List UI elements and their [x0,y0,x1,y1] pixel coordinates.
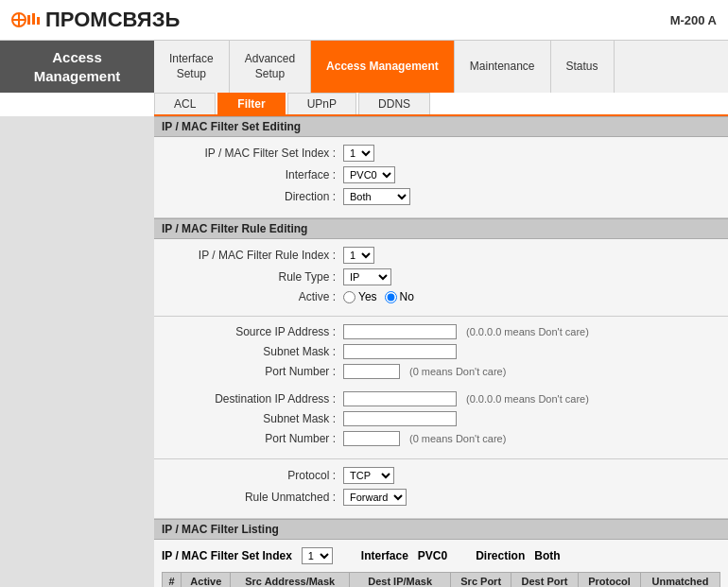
sub-tab-filter[interactable]: Filter [217,93,285,114]
protocol-form: Protocol : TCPUDPICMPAny Rule Unmatched … [154,459,728,519]
rule-unmatched-label: Rule Unmatched : [173,491,343,504]
source-subnet-input[interactable]: 255.255.255.0 [343,344,457,359]
dest-subnet-row: Subnet Mask : 255.255.255.0 [173,411,709,426]
source-ip-control: 192.168.1.8 (0.0.0.0 means Don't care) [343,324,589,339]
filter-table: # Active Src Address/Mask Dest IP/Mask S… [162,572,720,587]
col-protocol: Protocol [579,573,641,588]
sub-tab-upnp[interactable]: UPnP [287,93,356,114]
sub-tab-ddns[interactable]: DDNS [358,93,430,114]
tab-status[interactable]: Status [551,41,615,93]
filter-listing-interface-col: Interface [361,549,408,562]
dest-ip-row: Destination IP Address : 87.240.131.117 … [173,391,709,406]
active-label: Active : [173,290,343,303]
col-active: Active [182,573,231,588]
tab-interface-setup[interactable]: Interface Setup [154,41,230,93]
interface-control: PVC0PVC1 [343,166,395,183]
rule-type-row: Rule Type : IPMAC [173,268,709,285]
active-no-radio[interactable] [385,291,397,303]
nav-tabs: Interface Setup Advanced Setup Access Ma… [154,41,728,93]
filter-set-index-control: 123 [343,145,374,162]
filter-listing-index-row: IP / MAC Filter Set Index 123 Interface … [162,547,720,564]
nav-container: Access Management Interface Setup Advanc… [0,41,728,116]
dest-ip-hint: (0.0.0.0 means Don't care) [466,393,589,405]
filter-listing-direction-val: Both [534,549,560,562]
source-port-label: Port Number : [173,365,343,378]
col-num: # [163,573,182,588]
filter-set-index-select[interactable]: 123 [343,145,374,162]
filter-listing-header: IP / MAC Filter Listing [154,519,728,540]
source-port-input[interactable]: 0 [343,364,400,379]
dest-subnet-label: Subnet Mask : [173,412,343,425]
direction-control: BothIncomingOutgoing [343,188,410,205]
model-label: M-200 A [670,13,717,27]
filter-set-editing-header: IP / MAC Filter Set Editing [154,116,728,137]
tab-maintenance[interactable]: Maintenance [455,41,551,93]
nav-sub-tabs: ACL Filter UPnP DDNS [154,93,728,116]
active-yes-label[interactable]: Yes [343,290,377,303]
rule-index-select[interactable]: 123 [343,247,374,264]
svg-rect-5 [37,17,40,25]
protocol-control: TCPUDPICMPAny [343,467,394,484]
source-dest-form: Source IP Address : 192.168.1.8 (0.0.0.0… [154,317,728,459]
rule-type-label: Rule Type : [173,270,343,284]
nav-top: Access Management Interface Setup Advanc… [0,41,728,93]
rule-unmatched-select[interactable]: ForwardNext [343,489,407,506]
tab-access-management[interactable]: Access Management [311,41,455,93]
main-area: IP / MAC Filter Set Editing IP / MAC Fil… [0,116,728,587]
filter-listing-index-select[interactable]: 123 [302,547,333,564]
rule-index-control: 123 [343,247,374,264]
source-ip-label: Source IP Address : [173,325,343,338]
dest-subnet-control: 255.255.255.0 [343,411,457,426]
svg-rect-3 [27,15,30,25]
source-port-hint: (0 means Don't care) [409,366,506,377]
protocol-row: Protocol : TCPUDPICMPAny [173,467,709,484]
content-area: IP / MAC Filter Set Editing IP / MAC Fil… [154,116,728,587]
direction-select[interactable]: BothIncomingOutgoing [343,188,410,205]
dest-port-control: 0 (0 means Don't care) [343,431,506,446]
active-no-label[interactable]: No [385,290,414,303]
filter-rule-editing-header: IP / MAC Filter Rule Editing [154,218,728,239]
source-ip-row: Source IP Address : 192.168.1.8 (0.0.0.0… [173,324,709,339]
dest-subnet-input[interactable]: 255.255.255.0 [343,411,457,426]
direction-label: Direction : [173,190,343,203]
sidebar-nav-title: Access Management [0,41,154,93]
col-dest: Dest IP/Mask [350,573,451,588]
dest-port-row: Port Number : 0 (0 means Don't care) [173,431,709,446]
logo-text: ПРОМСВЯЗЬ [45,8,180,32]
protocol-label: Protocol : [173,469,343,482]
header: ПРОМСВЯЗЬ M-200 A [0,0,728,41]
rule-index-label: IP / MAC Filter Rule Index : [173,249,343,262]
interface-select[interactable]: PVC0PVC1 [343,166,395,183]
filter-listing-interface-val: PVC0 [418,549,447,562]
active-row: Active : Yes No [173,290,709,303]
dest-port-label: Port Number : [173,432,343,445]
filter-set-index-row: IP / MAC Filter Set Index : 123 [173,145,709,162]
sub-tab-acl[interactable]: ACL [154,93,216,114]
protocol-select[interactable]: TCPUDPICMPAny [343,467,394,484]
filter-set-editing-form: IP / MAC Filter Set Index : 123 Interfac… [154,137,728,218]
rule-unmatched-control: ForwardNext [343,489,407,506]
dest-ip-input[interactable]: 87.240.131.117 [343,391,457,406]
interface-row: Interface : PVC0PVC1 [173,166,709,183]
filter-set-index-label: IP / MAC Filter Set Index : [173,147,343,160]
dest-ip-label: Destination IP Address : [173,392,343,406]
rule-type-control: IPMAC [343,268,391,285]
source-ip-input[interactable]: 192.168.1.8 [343,324,457,339]
interface-label: Interface : [173,168,343,181]
active-control: Yes No [343,290,414,303]
rule-index-row: IP / MAC Filter Rule Index : 123 [173,247,709,264]
source-subnet-label: Subnet Mask : [173,345,343,358]
active-yes-radio[interactable] [343,291,355,303]
dest-port-hint: (0 means Don't care) [409,433,506,444]
dest-ip-control: 87.240.131.117 (0.0.0.0 means Don't care… [343,391,589,406]
rule-type-select[interactable]: IPMAC [343,268,391,285]
filter-listing-section: IP / MAC Filter Set Index 123 Interface … [154,540,728,587]
filter-listing-direction-col: Direction [476,549,525,562]
tab-advanced-setup[interactable]: Advanced Setup [230,41,311,93]
col-unmatched: Unmatched [640,573,719,588]
logo: ПРОМСВЯЗЬ [11,6,180,34]
col-src: Src Address/Mask [231,573,350,588]
dest-port-input[interactable]: 0 [343,431,400,446]
svg-rect-4 [32,13,35,25]
filter-listing-index-label: IP / MAC Filter Set Index [162,549,292,562]
